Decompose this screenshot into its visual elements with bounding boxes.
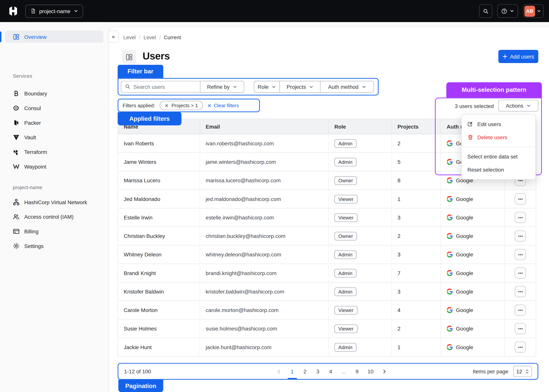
column-header-projects[interactable]: Projects — [392, 119, 441, 134]
page-number-button[interactable]: 4 — [328, 368, 333, 374]
google-icon — [447, 177, 453, 183]
row-overflow-menu-button[interactable] — [515, 286, 526, 297]
terraform-icon — [13, 149, 20, 155]
row-overflow-menu-button[interactable] — [515, 231, 526, 242]
table-row: Kristofer Baldwin kristofer.baldwin@hash… — [118, 282, 536, 301]
auth-method-value: Google — [456, 307, 473, 313]
sidebar-collapse-button[interactable]: « — [108, 31, 119, 43]
actions-label: Actions — [506, 103, 523, 109]
sidebar-item-access-control[interactable]: Access control (IAM) — [5, 210, 103, 224]
row-overflow-menu-button[interactable] — [515, 212, 526, 223]
sidebar-item-packer[interactable]: Packer — [5, 115, 103, 130]
refine-by-label: Refine by — [207, 84, 230, 90]
filter-bar: Refine by — [121, 81, 244, 93]
remove-filter-icon — [165, 103, 169, 107]
sidebar-item-waypoint[interactable]: Waypoint — [5, 159, 103, 174]
menu-item-delete-users[interactable]: Delete users — [462, 131, 535, 144]
search-icon — [125, 84, 131, 89]
sidebar-item-overview[interactable]: Overview — [5, 31, 103, 43]
sidebar-item-label: HashiCorp Virtual Network — [24, 199, 87, 205]
add-users-button[interactable]: Add users — [498, 50, 538, 63]
breadcrumb-separator: / — [159, 35, 161, 40]
column-header-email[interactable]: Email — [200, 119, 329, 134]
refine-by-dropdown[interactable]: Refine by — [200, 81, 244, 93]
sidebar-item-label: Terraform — [24, 149, 47, 155]
row-overflow-menu-button[interactable] — [515, 193, 526, 204]
row-overflow-menu-button[interactable] — [515, 305, 526, 316]
sidebar-item-terraform[interactable]: Terraform — [5, 145, 103, 159]
auth-method-value: Google — [456, 344, 473, 350]
global-search-button[interactable] — [479, 4, 492, 18]
filter-chip-projects[interactable]: Projects > 1 — [160, 101, 203, 110]
project-switcher-label: project-name — [39, 8, 71, 14]
chevron-down-icon — [309, 84, 314, 89]
auth-method-filter-dropdown[interactable]: Auth method — [320, 81, 374, 92]
page-title-icon-tile — [122, 50, 136, 64]
actions-dropdown-button[interactable]: Actions — [498, 100, 538, 112]
role-filter-dropdown[interactable]: Role — [254, 81, 279, 92]
auth-method-value: Google — [456, 215, 473, 221]
search-input[interactable] — [121, 81, 200, 93]
column-header-role[interactable]: Role — [329, 119, 392, 134]
page-number-button[interactable]: 9 — [355, 368, 359, 374]
plus-icon — [502, 54, 507, 59]
menu-divider — [462, 147, 535, 147]
sidebar-item-vault[interactable]: Vault — [5, 130, 103, 145]
table-row: Jed Maldonado jed.maldonado@hashicorp.co… — [118, 190, 536, 208]
items-per-page-label: Items per page — [473, 368, 508, 374]
next-page-button[interactable] — [382, 369, 387, 374]
page-number-button[interactable]: 2 — [303, 368, 307, 374]
row-overflow-menu-button[interactable] — [515, 249, 526, 260]
page-number-button[interactable]: 1 — [290, 368, 294, 374]
row-overflow-menu-button[interactable] — [515, 323, 526, 334]
sidebar-item-settings[interactable]: Settings — [5, 239, 103, 253]
user-name: Jed Maldonado — [118, 190, 200, 208]
breadcrumb-link[interactable]: Level — [123, 35, 136, 40]
sidebar-item-label: Boundary — [24, 91, 47, 97]
user-email: estelle.irwin@hashicorp.com — [200, 208, 329, 226]
user-name: Susie Holmes — [118, 319, 200, 337]
menu-item-select-entire-data-set[interactable]: Select entire data set — [462, 150, 535, 163]
sidebar-item-label: Packer — [24, 120, 41, 126]
project-switcher[interactable]: project-name — [25, 4, 83, 18]
sidebar-item-hvn[interactable]: HashiCorp Virtual Network — [5, 195, 103, 210]
page-number-button[interactable]: 3 — [315, 368, 320, 374]
previous-page-button[interactable] — [277, 369, 282, 374]
user-email: ivan.roberts@hashicorp.com — [200, 134, 329, 152]
projects-count: 3 — [392, 245, 441, 263]
network-icon — [13, 199, 20, 206]
role-badge: Admin — [334, 158, 356, 166]
chevron-down-icon — [74, 9, 78, 13]
user-name: Kristofer Baldwin — [118, 282, 200, 301]
hashicorp-logo-icon — [9, 7, 18, 16]
help-menu-button[interactable] — [497, 4, 518, 18]
sidebar-item-label: Settings — [24, 243, 43, 249]
projects-filter-dropdown[interactable]: Projects — [279, 81, 320, 92]
menu-item-reset-selection[interactable]: Reset selection — [462, 163, 535, 176]
breadcrumb-link[interactable]: Level — [143, 35, 156, 40]
clear-filters-button[interactable]: Clear filters — [207, 103, 239, 108]
google-icon — [447, 159, 453, 165]
breadcrumb: Level / Level / Current — [123, 35, 181, 40]
menu-item-label: Reset selection — [467, 167, 504, 173]
sidebar-item-consul[interactable]: Consul — [5, 101, 103, 115]
overview-grid-icon — [13, 33, 20, 40]
grid-icon — [125, 53, 133, 61]
menu-item-edit-users[interactable]: Edit users — [462, 118, 535, 131]
table-row: Carole Morton carole.morton@hashicorp.co… — [118, 301, 536, 319]
items-per-page-select[interactable]: 12 — [513, 366, 532, 377]
row-overflow-menu-button[interactable] — [515, 342, 526, 353]
google-icon — [447, 215, 453, 221]
page-number-button[interactable]: 10 — [368, 368, 373, 374]
account-menu-button[interactable]: AB — [523, 4, 543, 18]
user-email: brandi.knight@hashicorp.com — [200, 264, 329, 282]
role-badge: Viewer — [334, 195, 357, 203]
user-email: kristofer.baldwin@hashicorp.com — [200, 282, 329, 301]
sidebar-item-boundary[interactable]: Boundary — [5, 86, 103, 101]
top-navbar: project-name AB — [0, 0, 549, 22]
sidebar-item-billing[interactable]: Billing — [5, 224, 103, 239]
user-name: Carole Morton — [118, 301, 200, 319]
row-overflow-menu-button[interactable] — [515, 267, 526, 279]
annotation-pagination: Pagination — [118, 380, 163, 392]
google-icon — [447, 307, 453, 313]
